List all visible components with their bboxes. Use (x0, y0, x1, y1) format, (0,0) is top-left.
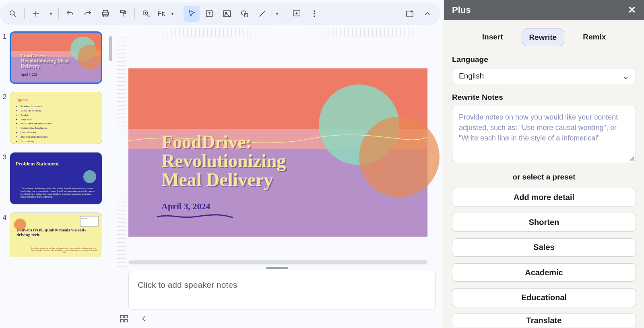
slide-thumb-row: 1 FoodDrive: Revolutionizing Meal Delive… (0, 30, 114, 90)
grid-view-button[interactable] (118, 313, 130, 325)
toolbar: Fit ▾ (0, 2, 440, 25)
canvas-stage[interactable]: FoodDrive: Revolutionizing Meal Delivery… (114, 28, 440, 268)
select-tool[interactable] (184, 6, 200, 22)
preset-academic[interactable]: Academic (452, 263, 636, 282)
slide-title-line1: FoodDrive: (161, 132, 252, 152)
slide-thumb-row: 3 Problem Statement The traditional food… (0, 151, 114, 211)
zoom-dropdown[interactable]: ▾ (168, 12, 177, 16)
panel-tabs: Insert Rewrite Remix (444, 20, 644, 55)
prev-slide-button[interactable] (138, 313, 150, 325)
svg-line-1 (14, 15, 17, 17)
svg-line-19 (260, 11, 266, 17)
slide-thumb-4[interactable]: Plus tip Delivers fresh, quality meals v… (10, 212, 102, 257)
separator (134, 8, 135, 19)
tab-remix[interactable]: Remix (576, 29, 613, 46)
speaker-notes-placeholder: Click to add speaker notes (138, 280, 237, 290)
separator (285, 8, 285, 19)
svg-line-11 (147, 15, 150, 17)
plus-panel: Plus ✕ Insert Rewrite Remix Language Eng… (444, 0, 644, 328)
canvas-area: FoodDrive: Revolutionizing Meal Delivery… (114, 28, 444, 328)
separator (24, 8, 25, 19)
slide-thumb-3[interactable]: Problem Statement The traditional food d… (10, 152, 102, 204)
slide-date: April 3, 2024 (161, 201, 211, 212)
svg-point-25 (314, 16, 315, 17)
bottom-bar (114, 309, 440, 328)
workspace: 1 FoodDrive: Revolutionizing Meal Delive… (0, 28, 444, 328)
panel-header: Plus ✕ (444, 0, 644, 20)
slide-thumb-row: 2 Agenda Problem Statement Value Proposi… (0, 90, 114, 151)
slide-title-line2: Revolutionizing (161, 151, 286, 171)
ruler-horizontal (127, 28, 440, 37)
tab-rewrite[interactable]: Rewrite (522, 29, 565, 46)
search-icon[interactable] (5, 6, 21, 22)
svg-rect-18 (244, 14, 248, 17)
shape-tool[interactable] (237, 6, 253, 22)
language-select[interactable]: English ⌄ (452, 68, 636, 84)
rewrite-notes-label: Rewrite Notes (444, 93, 644, 106)
rewrite-notes-placeholder: Provide notes on how you would like your… (459, 113, 618, 142)
svg-point-23 (314, 10, 315, 12)
slide-number: 3 (1, 152, 6, 161)
slide-title-line3: Meal Delivery (161, 169, 273, 190)
undo-button[interactable] (62, 6, 78, 22)
svg-rect-26 (407, 11, 413, 17)
new-slide-dropdown[interactable] (45, 6, 55, 22)
zoom-icon[interactable] (138, 6, 154, 22)
slide-number: 2 (1, 92, 6, 101)
new-slide-button[interactable] (28, 6, 44, 22)
slide-number: 1 (1, 31, 6, 40)
svg-point-17 (242, 11, 246, 15)
more-menu[interactable] (306, 6, 322, 22)
image-tool[interactable] (219, 6, 235, 22)
ai-image-button[interactable] (402, 6, 418, 22)
svg-point-24 (314, 13, 315, 14)
separator (180, 8, 180, 19)
line-tool[interactable] (254, 6, 270, 22)
chevron-down-icon: ⌄ (623, 72, 629, 81)
redo-button[interactable] (80, 6, 96, 22)
svg-rect-6 (103, 14, 107, 17)
print-button[interactable] (97, 6, 114, 22)
textbox-tool[interactable] (201, 6, 217, 22)
speaker-notes[interactable]: Click to add speaker notes (128, 271, 436, 309)
filmstrip-scrollbar[interactable] (109, 36, 112, 61)
slide-number: 4 (1, 212, 6, 221)
main-slide[interactable]: FoodDrive: Revolutionizing Meal Delivery… (128, 68, 427, 237)
language-value: English (459, 72, 484, 80)
svg-rect-28 (125, 316, 127, 318)
line-dropdown[interactable] (272, 6, 282, 22)
preset-add-detail[interactable]: Add more detail (452, 188, 636, 206)
slide-thumb-2[interactable]: Agenda Problem Statement Value Propositi… (10, 92, 102, 144)
svg-rect-7 (121, 10, 124, 13)
svg-point-0 (10, 11, 14, 15)
slide-thumb-1[interactable]: FoodDrive: Revolutionizing Meal Delivery… (10, 31, 102, 84)
close-icon[interactable]: ✕ (628, 4, 636, 16)
separator (58, 8, 59, 19)
rewrite-notes-input[interactable]: Provide notes on how you would like your… (452, 106, 636, 162)
filmstrip: 1 FoodDrive: Revolutionizing Meal Delive… (0, 28, 114, 328)
or-preset-label: or select a preset (444, 173, 644, 182)
panel-title: Plus (452, 5, 471, 15)
preset-translate[interactable]: Translate (452, 314, 636, 328)
preset-shorten[interactable]: Shorten (452, 213, 636, 231)
collapse-toolbar-button[interactable] (419, 6, 436, 22)
svg-rect-29 (121, 320, 123, 322)
comment-button[interactable] (289, 6, 305, 22)
paint-format-button[interactable] (115, 6, 131, 22)
tab-insert[interactable]: Insert (475, 29, 510, 46)
canvas-scrollbar[interactable] (128, 260, 427, 264)
preset-educational[interactable]: Educational (452, 288, 636, 307)
ruler-vertical (117, 37, 126, 268)
svg-rect-27 (121, 316, 123, 318)
preset-sales[interactable]: Sales (452, 238, 636, 257)
editor-area: Fit ▾ (0, 0, 444, 328)
language-label: Language (444, 55, 644, 68)
svg-rect-30 (125, 320, 127, 322)
slide-thumb-row: 4 Plus tip Delivers fresh, quality meals… (0, 211, 114, 257)
notes-resize-handle[interactable] (266, 267, 288, 269)
zoom-level[interactable]: Fit (156, 10, 167, 18)
